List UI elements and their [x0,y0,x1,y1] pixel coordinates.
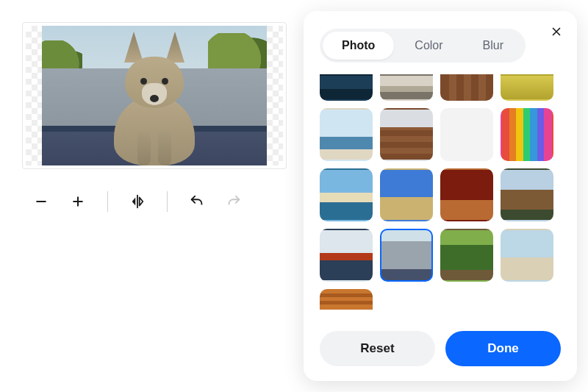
transparency-checker [26,26,283,165]
picker-tabs: Photo Color Blur [320,29,526,63]
flip-horizontal-icon [129,193,146,210]
toolbar-separator [107,191,108,212]
background-thumb-slats[interactable] [320,289,373,310]
undo-button[interactable] [182,187,212,216]
editor-toolbar [22,184,287,219]
background-thumb-street[interactable] [380,74,433,101]
background-grid-viewport[interactable] [320,74,561,318]
redo-button [219,187,248,216]
background-thumb-boards[interactable] [440,74,493,101]
close-icon [550,25,563,38]
background-thumb-gradient[interactable] [440,108,493,161]
flip-horizontal-button[interactable] [123,187,152,216]
tab-color[interactable]: Color [395,32,462,60]
tab-photo[interactable]: Photo [323,32,394,60]
preview-image[interactable] [42,26,267,165]
background-thumb-harbor[interactable] [320,108,373,161]
picker-footer: Reset Done [320,318,561,366]
background-thumb-bridge[interactable] [320,229,373,282]
background-thumb-coast[interactable] [320,168,373,221]
preview-frame [22,22,287,169]
background-thumb-floor[interactable] [380,108,433,161]
background-thumb-jungle[interactable] [440,229,493,282]
preview-panel [22,22,287,219]
background-thumb-ocean[interactable] [320,74,373,101]
plus-icon [71,194,85,209]
tab-blur[interactable]: Blur [464,32,523,60]
minus-icon [34,194,49,209]
zoom-out-button[interactable] [26,187,56,216]
undo-icon [189,193,205,210]
background-thumb-cabin[interactable] [501,168,553,221]
close-button[interactable] [546,21,567,42]
toolbar-separator [167,191,168,212]
done-button[interactable]: Done [445,331,561,366]
background-thumb-field[interactable] [501,74,553,101]
background-thumb-autumn[interactable] [440,168,493,221]
redo-icon [226,193,242,210]
background-picker-panel: Photo Color Blur Reset Done [304,11,577,381]
zoom-in-button[interactable] [63,187,93,216]
background-thumb-plain[interactable] [380,168,433,221]
background-thumb-palms[interactable] [501,229,553,282]
subject-coyote [92,40,217,165]
background-thumb-stripes[interactable] [501,108,553,161]
reset-button[interactable]: Reset [320,331,435,366]
background-grid [320,74,561,310]
background-thumb-wallgrey[interactable] [380,229,433,282]
